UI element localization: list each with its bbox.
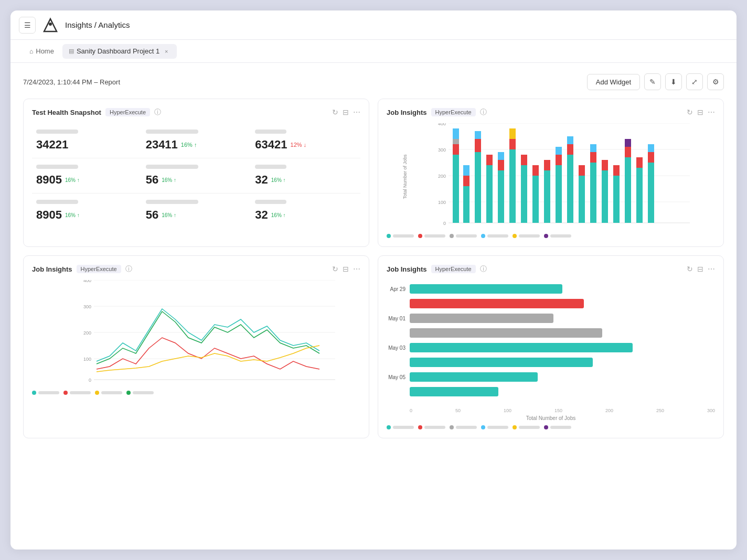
svg-rect-33 <box>544 170 550 223</box>
line-chart-filter-icon[interactable]: ⊟ <box>343 265 349 273</box>
snapshot-cell-0: 34221 <box>32 123 142 158</box>
content-area: 7/24/2023, 1:10:44 PM – Report Add Widge… <box>10 63 737 449</box>
tab-active[interactable]: ▤ Sanity Dashboard Project 1 × <box>62 44 177 59</box>
bar-chart-top-title: Job Insights <box>387 109 427 116</box>
tab-home[interactable]: ⌂ Home <box>23 44 60 58</box>
toolbar-row: 7/24/2023, 1:10:44 PM – Report Add Widge… <box>23 73 724 90</box>
svg-rect-18 <box>475 152 481 223</box>
hbar-fill-5 <box>410 358 593 367</box>
svg-rect-34 <box>544 160 550 170</box>
hbar-fill-0 <box>410 284 562 294</box>
hbar-label-4: May 03 <box>387 345 405 351</box>
download-icon: ⬇ <box>670 78 677 86</box>
hbar-chart-more-icon[interactable]: ⋯ <box>708 265 715 273</box>
snapshot-header: Test Health Snapshot HyperExecute ⓘ ↻ ⊟ … <box>32 107 360 117</box>
snapshot-grid: 34221 2341116% ↑ 6342112% ↓ <box>32 123 360 228</box>
svg-rect-35 <box>556 165 562 223</box>
line-chart-more-icon[interactable]: ⋯ <box>353 265 360 273</box>
edit-icon: ✎ <box>649 78 656 86</box>
download-button[interactable]: ⬇ <box>665 73 682 90</box>
hbar-legend-5 <box>544 425 571 429</box>
line-chart-container: 400 300 200 100 0 <box>32 280 360 395</box>
bar-chart-top-badge: HyperExecute <box>431 108 476 116</box>
bar-chart-top-svg: 400 300 200 100 0 <box>408 123 715 228</box>
bar-chart-top-refresh-icon[interactable]: ↻ <box>687 108 693 116</box>
snapshot-refresh-icon[interactable]: ↻ <box>332 108 338 116</box>
svg-rect-31 <box>532 176 539 223</box>
svg-text:100: 100 <box>83 357 91 362</box>
active-tab-label: Sanity Dashboard Project 1 <box>77 47 159 55</box>
snapshot-value-2: 6342112% ↓ <box>255 138 356 152</box>
hbar-tick-4: 200 <box>605 408 613 413</box>
add-widget-button[interactable]: Add Widget <box>587 74 640 90</box>
app-shell: ☰ Insights / Analytics ⌂ Home ▤ Sanity D… <box>10 10 737 550</box>
line-chart-refresh-icon[interactable]: ↻ <box>332 265 338 273</box>
hbar-axis-label: Total Number of Jobs <box>387 415 715 421</box>
snapshot-cell-2: 6342112% ↓ <box>251 123 360 158</box>
snapshot-value-6: 890516% ↑ <box>36 208 137 222</box>
line-chart-widget: Job Insights HyperExecute ⓘ ↻ ⊟ ⋯ <box>23 255 369 438</box>
svg-rect-49 <box>613 165 620 176</box>
bar-chart-top-info-icon[interactable]: ⓘ <box>480 107 487 117</box>
snapshot-info-icon[interactable]: ⓘ <box>154 107 161 117</box>
hbar-tick-6: 300 <box>707 408 715 413</box>
snapshot-cell-5: 3216% ↑ <box>251 158 360 193</box>
snapshot-title: Test Health Snapshot <box>32 109 101 116</box>
snapshot-more-icon[interactable]: ⋯ <box>353 108 360 116</box>
line-legend-item-1 <box>63 391 91 395</box>
svg-rect-27 <box>509 139 516 149</box>
hbar-row-2: May 01 <box>387 314 715 323</box>
line-chart-header: Job Insights HyperExecute ⓘ ↻ ⊟ ⋯ <box>32 264 360 274</box>
hbar-row-5 <box>387 358 715 367</box>
hbar-legend-3 <box>481 425 508 429</box>
svg-rect-26 <box>509 149 516 223</box>
settings-button[interactable]: ⚙ <box>707 73 724 90</box>
hbar-chart-container: Apr 29 <box>387 280 715 429</box>
hbar-legend-4 <box>513 425 540 429</box>
hbar-chart-widget: Job Insights HyperExecute ⓘ ↻ ⊟ ⋯ Apr <box>378 255 724 438</box>
snapshot-value-3: 890516% ↑ <box>36 173 137 187</box>
snapshot-label-4 <box>146 165 198 169</box>
svg-rect-21 <box>486 165 493 223</box>
hbar-label-2: May 01 <box>387 316 405 321</box>
line-chart-badge: HyperExecute <box>77 265 121 273</box>
dashboard-grid: Test Health Snapshot HyperExecute ⓘ ↻ ⊟ … <box>23 99 724 438</box>
line-chart-info-icon[interactable]: ⓘ <box>125 264 132 274</box>
snapshot-label-3 <box>36 165 78 169</box>
svg-point-0 <box>49 23 52 26</box>
bar-chart-top-more-icon[interactable]: ⋯ <box>708 108 715 116</box>
tab-close-button[interactable]: × <box>162 47 170 56</box>
snapshot-cell-4: 5616% ↑ <box>142 158 251 193</box>
svg-rect-12 <box>453 144 459 155</box>
edit-button[interactable]: ✎ <box>644 73 661 90</box>
hbar-chart-info-icon[interactable]: ⓘ <box>480 264 487 274</box>
bar-chart-top-container: Total Number of Jobs 400 300 200 <box>387 123 715 238</box>
snapshot-value-7: 5616% ↑ <box>146 208 247 222</box>
hbar-track-0 <box>410 284 715 294</box>
share-icon: ⤢ <box>691 78 698 86</box>
svg-rect-43 <box>590 163 596 223</box>
line-legend-item-3 <box>126 391 154 395</box>
bar-chart-top-controls: ↻ ⊟ ⋯ <box>687 108 715 116</box>
home-tab-label: Home <box>36 47 54 55</box>
hbar-row-4: May 03 <box>387 343 715 352</box>
hbar-chart-header: Job Insights HyperExecute ⓘ ↻ ⊟ ⋯ <box>387 264 715 274</box>
svg-rect-46 <box>602 170 608 223</box>
bar-chart-top-filter-icon[interactable]: ⊟ <box>697 108 703 116</box>
hbar-chart-filter-icon[interactable]: ⊟ <box>697 265 703 273</box>
snapshot-filter-icon[interactable]: ⊟ <box>343 108 349 116</box>
svg-rect-17 <box>463 165 469 176</box>
line-chart-controls: ↻ ⊟ ⋯ <box>332 265 360 273</box>
snapshot-label-6 <box>36 200 78 204</box>
svg-text:200: 200 <box>83 330 91 336</box>
legend-item-3 <box>481 234 508 238</box>
svg-text:0: 0 <box>443 221 446 226</box>
hbar-legend-0 <box>387 425 414 429</box>
hbar-chart-refresh-icon[interactable]: ↻ <box>687 265 693 273</box>
svg-rect-25 <box>498 152 504 160</box>
hamburger-button[interactable]: ☰ <box>19 17 36 34</box>
legend-item-4 <box>513 234 540 238</box>
legend-item-5 <box>544 234 571 238</box>
svg-rect-23 <box>498 170 504 223</box>
share-button[interactable]: ⤢ <box>686 73 703 90</box>
